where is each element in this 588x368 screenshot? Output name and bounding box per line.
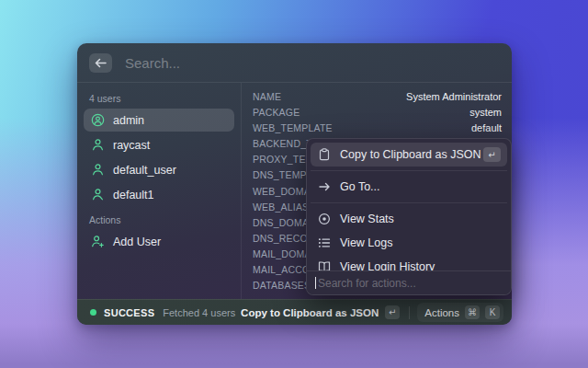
menu-item-label: View Logs xyxy=(340,236,392,249)
menu-item-go-to[interactable]: Go To... xyxy=(311,175,507,199)
menu-divider xyxy=(311,170,507,171)
users-section-header: 4 users xyxy=(89,93,229,104)
clipboard-icon xyxy=(317,148,331,162)
user-icon xyxy=(90,138,105,153)
detail-row: WEB_TEMPLATEdefault xyxy=(253,120,502,135)
detail-row: PACKAGEsystem xyxy=(253,104,502,120)
menu-item-copy-json[interactable]: Copy to Clipboard as JSON ↵ xyxy=(311,143,507,167)
user-list-sidebar: 4 users admin raycast default_user xyxy=(77,83,242,299)
sidebar-item-raycast[interactable]: raycast xyxy=(84,133,234,156)
sidebar-item-label: default_user xyxy=(113,164,176,177)
menu-item-view-logs[interactable]: View Logs xyxy=(311,231,507,255)
actions-label: Actions xyxy=(424,307,459,318)
primary-action-label[interactable]: Copy to Clipboard as JSON xyxy=(241,307,379,318)
detail-value: system xyxy=(469,107,502,118)
menu-item-view-stats[interactable]: View Stats xyxy=(311,207,507,231)
user-plus-icon xyxy=(90,235,105,249)
user-circle-icon xyxy=(90,113,105,128)
actions-menu: Copy to Clipboard as JSON ↵ Go To... Vie… xyxy=(306,138,512,295)
detail-label: NAME xyxy=(253,91,281,102)
sidebar-item-add-user[interactable]: Add User xyxy=(84,230,234,253)
detail-value: default xyxy=(471,122,502,133)
sidebar-item-default-user[interactable]: default_user xyxy=(84,158,234,181)
status-bar: SUCCESS Fetched 4 users Copy to Clipboar… xyxy=(77,299,512,325)
book-icon xyxy=(317,260,331,271)
sidebar-item-label: default1 xyxy=(113,189,153,201)
enter-key-badge: ↵ xyxy=(483,147,501,162)
search-input[interactable] xyxy=(125,55,500,71)
user-icon xyxy=(90,163,105,178)
detail-row: NAMESystem Administrator xyxy=(253,88,502,104)
sidebar-item-default1[interactable]: default1 xyxy=(84,183,234,206)
eye-icon xyxy=(317,213,331,226)
detail-label: PACKAGE xyxy=(253,107,300,118)
sidebar-item-admin[interactable]: admin xyxy=(84,109,234,132)
user-icon xyxy=(90,188,105,202)
actions-section-header: Actions xyxy=(89,214,229,225)
actions-menu-list: Copy to Clipboard as JSON ↵ Go To... Vie… xyxy=(307,139,511,270)
list-icon xyxy=(317,236,331,250)
cmd-key-badge: ⌘ xyxy=(465,305,480,319)
k-key-badge: K xyxy=(485,305,500,319)
detail-label: DATABASES xyxy=(253,280,311,291)
text-cursor xyxy=(315,277,316,289)
menu-item-label: View Stats xyxy=(340,213,394,225)
actions-button[interactable]: Actions ⌘ K xyxy=(417,303,503,322)
enter-key-badge: ↵ xyxy=(385,305,400,319)
arrow-right-icon xyxy=(317,180,331,194)
back-button[interactable] xyxy=(89,53,112,73)
menu-item-view-login-history[interactable]: View Login History xyxy=(311,255,507,270)
menu-item-label: Copy to Clipboard as JSON xyxy=(340,148,481,161)
sidebar-item-label: raycast xyxy=(113,139,150,152)
status-message: Fetched 4 users xyxy=(163,307,235,318)
menu-item-label: View Login History xyxy=(340,260,435,270)
sidebar-item-label: Add User xyxy=(113,236,161,248)
actions-search-input[interactable] xyxy=(318,277,503,290)
menu-divider xyxy=(311,202,507,203)
search-bar xyxy=(77,43,512,83)
status-bar-right: Copy to Clipboard as JSON ↵ Actions ⌘ K xyxy=(241,303,503,322)
success-dot-icon xyxy=(90,309,96,316)
sidebar-item-label: admin xyxy=(113,114,144,127)
arrow-left-icon xyxy=(95,58,107,68)
status-label: SUCCESS xyxy=(104,307,154,318)
detail-label: WEB_TEMPLATE xyxy=(253,122,333,133)
detail-value: System Administrator xyxy=(406,91,502,102)
statusbar-divider xyxy=(409,306,410,319)
menu-item-label: Go To... xyxy=(340,180,380,193)
actions-search-bar xyxy=(307,270,511,294)
